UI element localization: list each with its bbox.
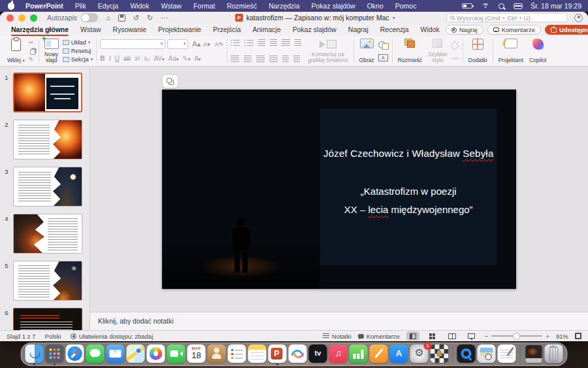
arrange-button[interactable]: Rozmieść [396, 38, 424, 64]
text-highlight-button[interactable]: ✎▾ [182, 55, 190, 62]
slide-thumbnail-4[interactable] [13, 214, 82, 254]
dock-numbers-icon[interactable] [350, 344, 368, 365]
align-left-button[interactable] [231, 56, 239, 63]
dock-preview-icon[interactable] [478, 344, 496, 365]
italic-button[interactable]: I [108, 55, 110, 62]
bullet-list-button[interactable] [231, 39, 240, 46]
increase-indent-button[interactable] [270, 39, 277, 46]
copy-button[interactable] [30, 49, 35, 55]
autosave-toggle[interactable] [81, 13, 98, 22]
menubar-clock[interactable]: Śr. 18 mar 19:29 [531, 2, 581, 10]
zoom-slider-knob[interactable] [513, 333, 520, 340]
slide-thumbnail-5[interactable] [13, 261, 82, 301]
slideshow-button[interactable] [465, 331, 478, 341]
font-name-select[interactable] [100, 39, 165, 49]
dock-minimized-window-icon[interactable] [525, 344, 543, 365]
ribbon-tab[interactable]: Rysowanie [107, 24, 152, 35]
slide-title-textbox[interactable]: Józef Czechowicz i Władysław Sebyła „Kat… [320, 109, 497, 265]
dock-textedit-icon[interactable] [498, 344, 516, 365]
dock-safari-icon[interactable] [66, 344, 84, 365]
dock-music-icon[interactable] [329, 344, 348, 365]
underline-button[interactable]: U [115, 55, 120, 62]
wifi-icon[interactable] [482, 3, 489, 9]
cut-button[interactable]: ✂ [29, 39, 35, 46]
dock-notes-icon[interactable] [248, 344, 267, 365]
minimize-window-button[interactable] [18, 14, 25, 22]
reading-view-button[interactable] [446, 331, 459, 341]
align-text-button[interactable] [293, 56, 300, 63]
menu-item[interactable]: Okno [361, 2, 389, 10]
numbered-list-button[interactable] [244, 39, 253, 46]
shape-outline-button[interactable] [451, 58, 459, 59]
menu-item[interactable]: Wstaw [155, 2, 188, 10]
ribbon-tab[interactable]: Widok [415, 24, 446, 35]
decrease-indent-button[interactable] [258, 39, 265, 46]
designer-button[interactable]: Projektant [497, 38, 525, 64]
grow-font-button[interactable]: A▴ [192, 40, 201, 48]
dock-appletv-icon[interactable] [309, 344, 327, 365]
menu-app-name[interactable]: PowerPoint [20, 2, 69, 10]
align-right-button[interactable] [256, 56, 265, 63]
dock-system-settings-icon[interactable]: 1 [410, 344, 429, 365]
text-box-button[interactable]: A [378, 54, 388, 61]
align-center-button[interactable] [244, 56, 252, 63]
ribbon-tab[interactable]: Nagraj [342, 24, 374, 35]
convert-to-smartart-button[interactable]: Konwertuj na grafikę SmartArt [306, 38, 350, 64]
subscript-button[interactable]: x₂ [144, 55, 150, 62]
menu-item[interactable]: Rozmieść [221, 2, 263, 10]
comments-toggle[interactable]: Komentarze [358, 333, 400, 340]
new-slide-button[interactable]: Nowy slajd [42, 38, 61, 64]
dock-launchpad-icon[interactable] [46, 344, 64, 365]
home-icon[interactable]: ⌂ [106, 14, 110, 22]
share-button[interactable]: Udostępnij ▾ [545, 25, 588, 35]
dock-contacts-icon[interactable] [208, 344, 226, 365]
slide-thumbnail-6[interactable] [13, 308, 82, 330]
dock-photos-icon[interactable] [147, 344, 165, 365]
menu-item[interactable]: Format [188, 2, 221, 10]
text-direction-button[interactable] [282, 56, 289, 63]
copilot-button[interactable]: Copilot [527, 38, 548, 64]
save-icon[interactable] [118, 14, 125, 22]
current-slide[interactable]: Józef Czechowicz i Władysław Sebyła „Kat… [162, 90, 516, 289]
slide-canvas[interactable]: Józef Czechowicz i Władysław Sebyła „Kat… [90, 67, 588, 312]
notes-toggle[interactable]: Notatki [323, 333, 351, 340]
apple-menu-icon[interactable] [8, 3, 14, 10]
dock-reminders-icon[interactable] [228, 344, 246, 365]
notes-pane[interactable]: Kliknij, aby dodać notatki [90, 312, 588, 330]
zoom-out-button[interactable]: − [485, 333, 489, 340]
strikethrough-button[interactable]: ab [123, 55, 131, 62]
redo-icon[interactable]: ↻ [147, 14, 153, 22]
ribbon-tab[interactable]: Wstaw [74, 24, 107, 35]
close-window-button[interactable] [7, 14, 14, 22]
picture-button[interactable]: Obraz [357, 38, 376, 64]
slide-image-fiery-planet[interactable] [162, 90, 319, 289]
dock-finder-icon[interactable] [25, 344, 44, 365]
fit-slide-to-window-button[interactable] [575, 333, 581, 339]
menu-item[interactable]: Pomoc [389, 2, 423, 10]
ribbon-tab[interactable]: Pokaz slajdów [287, 24, 342, 35]
spotlight-search-icon[interactable] [498, 3, 504, 9]
menu-item[interactable]: Narzędzia [263, 2, 305, 10]
quick-styles-button[interactable]: Szybkie style [426, 38, 449, 64]
menu-item[interactable]: Plik [69, 2, 92, 10]
zoom-level[interactable]: 91% [556, 333, 568, 340]
ribbon-tab[interactable]: Animacje [247, 24, 287, 35]
designer-suggestion-button[interactable] [162, 75, 178, 88]
character-spacing-button[interactable]: AV▾ [154, 55, 164, 62]
justify-button[interactable] [269, 56, 278, 63]
shape-fill-button[interactable] [450, 41, 459, 50]
ribbon-tab[interactable]: Przejścia [207, 24, 247, 35]
more-commands-icon[interactable]: ⋯ [161, 14, 168, 22]
menu-item[interactable]: Pokaz slajdów [306, 2, 361, 10]
dock-pages-icon[interactable] [370, 344, 388, 365]
zoom-slider[interactable] [491, 335, 542, 337]
dock-trash-icon[interactable] [545, 344, 563, 365]
dock-facetime-icon[interactable] [167, 344, 186, 365]
slide-counter[interactable]: Slajd 1 z 7 [7, 333, 35, 340]
dock-maps-icon[interactable] [127, 344, 145, 365]
shrink-font-button[interactable]: A▾ [203, 41, 210, 48]
dock-appstore-icon[interactable] [390, 344, 408, 365]
layout-button[interactable]: Układ ▾ [63, 39, 93, 46]
ribbon-tab[interactable]: Projektowanie [152, 24, 207, 35]
clear-formatting-button[interactable]: A✎ [215, 41, 224, 48]
